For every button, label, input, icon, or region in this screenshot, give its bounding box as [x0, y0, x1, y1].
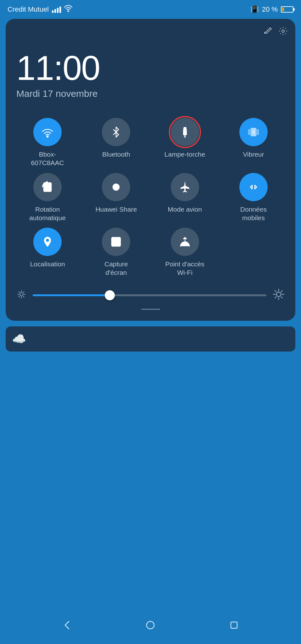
tile-vibrate[interactable]: | Vibreur [221, 118, 286, 167]
svg-line-33 [19, 291, 20, 292]
svg-rect-47 [231, 622, 237, 628]
tile-hotspot[interactable]: Point d'accèsWi-Fi [152, 228, 218, 277]
clock-time: 11:00 [16, 51, 285, 85]
svg-line-44 [275, 297, 276, 298]
svg-line-36 [23, 291, 24, 292]
clock-section: 11:00 Mardi 17 novembre [13, 44, 288, 112]
wifi-label: Bbox-607C8AAC [31, 150, 64, 167]
brightness-low-icon [16, 289, 26, 302]
tile-location[interactable]: Localisation [15, 228, 80, 277]
tile-screenshot[interactable]: Captured'écran [83, 228, 149, 277]
notification-panel: 11:00 Mardi 17 novembre Bbox-607C8AAC [6, 19, 295, 321]
tile-bluetooth[interactable]: Bluetooth [83, 118, 149, 167]
status-right: 📳 20 % [250, 5, 293, 14]
status-bar: Credit Mutuel 📳 20 % [0, 0, 301, 19]
airplane-label: Mode avion [168, 205, 202, 214]
brightness-slider[interactable] [33, 294, 266, 296]
back-button[interactable] [58, 616, 76, 635]
tile-huawei-share[interactable]: Huawei Share [83, 173, 149, 222]
brightness-fill [33, 294, 110, 296]
wifi-button[interactable] [33, 118, 62, 146]
svg-line-45 [281, 291, 282, 292]
vibrate-label: Vibreur [243, 150, 264, 158]
svg-rect-2 [183, 130, 187, 135]
vibrate-button[interactable]: | [239, 118, 268, 146]
airplane-button[interactable] [171, 173, 199, 201]
screenshot-label: Captured'écran [104, 260, 128, 277]
edit-button[interactable] [263, 26, 272, 38]
signal-icon [52, 6, 61, 13]
settings-button[interactable] [278, 26, 288, 38]
quick-tiles-grid: Bbox-607C8AAC Bluetooth Lampe-torche [13, 118, 288, 277]
rotation-label: Rotationautomatique [29, 205, 66, 222]
svg-point-18 [46, 239, 49, 242]
vibrate-icon: 📳 [250, 5, 259, 14]
svg-line-43 [281, 297, 282, 298]
tile-rotation[interactable]: Rotationautomatique [15, 173, 80, 222]
svg-point-0 [282, 30, 284, 32]
huawei-share-label: Huawei Share [95, 205, 137, 214]
clock-date: Mardi 17 novembre [16, 88, 285, 99]
svg-point-46 [147, 621, 154, 629]
weather-bar: ☁️ [6, 326, 295, 352]
brightness-high-icon [273, 288, 285, 303]
mobile-data-button[interactable] [239, 173, 268, 201]
svg-point-1 [47, 136, 49, 138]
svg-line-42 [275, 291, 276, 292]
panel-toolbar [13, 26, 288, 38]
rotation-button[interactable] [33, 173, 62, 201]
svg-text:|: | [253, 130, 254, 134]
brightness-thumb[interactable] [105, 290, 115, 300]
bluetooth-button[interactable] [102, 118, 130, 146]
hotspot-button[interactable] [171, 228, 199, 256]
flashlight-button[interactable] [171, 118, 199, 146]
svg-rect-3 [184, 136, 186, 137]
carrier-label: Credit Mutuel [8, 5, 49, 14]
svg-point-28 [20, 293, 23, 296]
swipe-indicator [13, 309, 288, 311]
tile-flashlight[interactable]: Lampe-torche [152, 118, 218, 167]
nav-bar [0, 606, 301, 644]
tile-wifi[interactable]: Bbox-607C8AAC [15, 118, 80, 167]
bluetooth-label: Bluetooth [102, 150, 130, 158]
brightness-row [13, 288, 288, 303]
wifi-status-icon [64, 5, 72, 14]
tile-mobile-data[interactable]: Donnéesmobiles [221, 173, 286, 222]
home-button[interactable] [141, 616, 160, 635]
location-button[interactable] [33, 228, 62, 256]
hotspot-label: Point d'accèsWi-Fi [165, 260, 204, 277]
status-left: Credit Mutuel [8, 5, 72, 14]
weather-icon: ☁️ [12, 332, 26, 346]
tile-airplane[interactable]: Mode avion [152, 173, 218, 222]
svg-point-37 [276, 292, 281, 297]
flashlight-label: Lampe-torche [164, 150, 205, 158]
recents-button[interactable] [225, 616, 243, 635]
battery-icon [281, 6, 293, 13]
screenshot-button[interactable] [102, 228, 130, 256]
battery-pct: 20 % [262, 5, 278, 14]
huawei-share-button[interactable] [102, 173, 130, 201]
location-label: Localisation [30, 260, 65, 268]
svg-line-34 [23, 296, 24, 297]
svg-line-35 [19, 296, 20, 297]
mobile-data-label: Donnéesmobiles [240, 205, 267, 222]
swipe-line [141, 309, 160, 311]
